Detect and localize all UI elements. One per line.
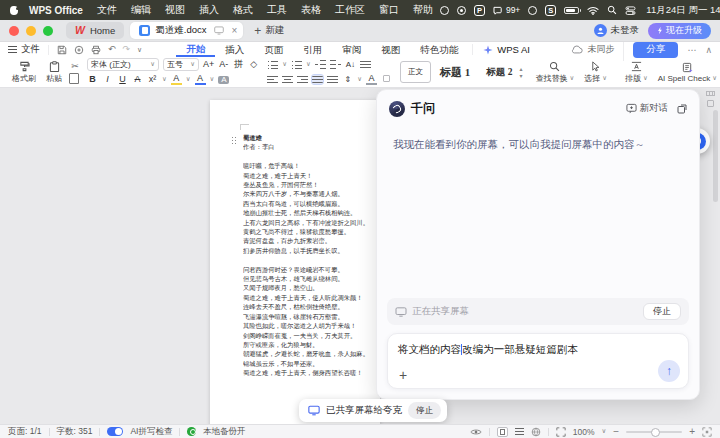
fullscreen-icon[interactable] [702, 427, 712, 437]
ribbon-tab[interactable]: 审阅 [332, 42, 371, 57]
text-direction-button[interactable] [360, 60, 371, 69]
style-gallery-down-icon[interactable]: ▾ [519, 73, 522, 79]
redo-icon[interactable]: ↷ [123, 45, 131, 54]
justify-button[interactable] [312, 75, 323, 84]
battery-icon[interactable] [564, 7, 579, 14]
chevron-down-icon[interactable]: ∨ [210, 76, 215, 83]
file-menu-button[interactable]: 文件 [8, 43, 40, 56]
collapse-ribbon-icon[interactable]: ∧ [705, 45, 712, 55]
shading-button[interactable]: A [366, 74, 377, 85]
share-button[interactable]: 分享 [633, 42, 678, 58]
tab-close-icon[interactable]: × [231, 26, 237, 36]
cut-icon[interactable]: ✂ [71, 61, 79, 71]
new-tab-button[interactable]: + 新建 [254, 24, 284, 37]
borders-button[interactable] [381, 75, 392, 84]
zoom-value[interactable]: 100% [573, 427, 595, 437]
print-preview-icon[interactable] [74, 45, 84, 55]
zoom-dropdown-icon[interactable]: ∨ [602, 428, 607, 435]
menu-item[interactable]: 工作区 [328, 3, 372, 17]
format-painter-button[interactable]: 格式刷 [9, 61, 39, 84]
apple-icon[interactable] [10, 5, 18, 16]
word-count-label[interactable]: 字数: 351 [57, 426, 93, 438]
bold-button[interactable]: B [87, 75, 98, 84]
vertical-scrollbar[interactable] [713, 110, 718, 202]
ribbon-tab[interactable]: 视图 [371, 42, 410, 57]
increase-indent-button[interactable] [330, 60, 341, 69]
wps-ai-button[interactable]: WPS AI [472, 44, 530, 55]
new-chat-button[interactable]: 新对话 [626, 102, 669, 115]
menu-item[interactable]: 插入 [192, 3, 226, 17]
backup-label[interactable]: 本地备份开 [203, 426, 246, 438]
decrease-indent-button[interactable] [315, 60, 326, 69]
side-tool-icon[interactable] [707, 100, 714, 107]
ribbon-tab[interactable]: 引用 [293, 42, 332, 57]
distribute-button[interactable] [327, 75, 338, 84]
character-border-button[interactable]: A [218, 76, 229, 84]
ribbon-tab[interactable]: 插入 [215, 42, 254, 57]
spotlight-search-icon[interactable] [607, 5, 617, 15]
align-left-button[interactable] [267, 75, 278, 84]
menu-item[interactable]: 视图 [158, 3, 192, 17]
menu-item[interactable]: 编辑 [124, 3, 158, 17]
quickbar-more-icon[interactable]: ∨ [137, 46, 142, 53]
eye-icon[interactable] [470, 428, 482, 436]
italic-button[interactable]: I [102, 75, 113, 84]
ribbon-tab[interactable]: 特色功能 [410, 42, 468, 57]
zoom-slider[interactable] [626, 431, 682, 433]
upgrade-button[interactable]: 现在升级 [648, 23, 711, 39]
web-view-icon[interactable] [531, 427, 541, 437]
style-chip[interactable]: 正文 [400, 61, 431, 83]
drag-handle-icon[interactable] [231, 136, 237, 145]
menu-item[interactable]: 表格 [294, 3, 328, 17]
spellcheck-toggle[interactable] [107, 427, 123, 436]
menu-item[interactable]: 窗口 [372, 3, 406, 17]
zoom-window-button[interactable] [43, 26, 53, 36]
app-s-icon[interactable]: S [545, 5, 556, 16]
ribbon-more-icon[interactable]: ⋯ [687, 45, 696, 55]
numbered-list-button[interactable] [291, 60, 302, 69]
ai-input-box[interactable]: 将文档的内容改编为一部悬疑短篇剧本 + ↑ [387, 333, 689, 389]
stop-sharing-button[interactable]: 停止 [643, 303, 681, 320]
sort-button[interactable]: A↓ [345, 61, 356, 69]
zoom-in-button[interactable]: + [689, 427, 695, 437]
font-size-select[interactable]: 五号 ∨ [163, 58, 199, 71]
undo-icon[interactable]: ↶ [108, 45, 116, 54]
ruler-toggle-icon[interactable] [706, 91, 715, 96]
grow-font-button[interactable]: A+ [203, 60, 214, 69]
select-button[interactable]: 选择∨ [579, 61, 612, 84]
menu-item[interactable]: 格式 [226, 3, 260, 17]
tab-home[interactable]: W Home [66, 22, 124, 39]
print-icon[interactable] [91, 45, 101, 55]
wifi-icon[interactable] [587, 6, 599, 15]
open-in-window-icon[interactable] [677, 104, 687, 114]
document-page[interactable]: 蜀道难 作者：李白 噫吁嚱，危乎高哉！蜀道之难，难于上青天！蚕丛及鱼凫，开国何茫… [210, 100, 380, 424]
font-name-select[interactable]: 宋体 (正文) ∨ [87, 58, 159, 71]
menubar-clock[interactable]: 11月24日 周一 14:31 [646, 4, 720, 17]
attach-plus-button[interactable]: + [399, 368, 407, 382]
system-status-icon[interactable] [457, 6, 466, 15]
tab-document[interactable]: 蜀道难.docx × [130, 22, 243, 39]
style-gallery-up-icon[interactable]: ▴ [519, 66, 522, 72]
clear-format-button[interactable]: ◇ [248, 60, 259, 69]
record-status-icon[interactable] [440, 6, 449, 15]
align-right-button[interactable] [297, 75, 308, 84]
outline-view-icon[interactable] [515, 427, 524, 436]
chevron-down-icon[interactable]: ∨ [186, 76, 191, 83]
sync-status[interactable]: 未同步 [571, 43, 614, 56]
send-button[interactable]: ↑ [658, 360, 680, 382]
toast-stop-button[interactable]: 停止 [408, 402, 441, 419]
paste-button[interactable]: 粘贴 [39, 61, 69, 84]
line-spacing-button[interactable]: ⇕ [342, 76, 353, 84]
close-window-button[interactable] [9, 26, 19, 36]
menu-item[interactable]: 工具 [260, 3, 294, 17]
zoom-out-button[interactable]: − [613, 427, 619, 437]
messages-icon[interactable]: 99+ [493, 5, 520, 15]
app-p-icon[interactable]: P [474, 5, 485, 16]
find-replace-button[interactable]: 查找替换∨ [530, 61, 579, 84]
font-color-button[interactable]: A [195, 74, 206, 85]
menu-item[interactable]: 文件 [90, 3, 124, 17]
ribbon-tab[interactable]: 页面 [254, 42, 293, 57]
menu-item[interactable]: WPS Office [22, 5, 90, 16]
ribbon-tab[interactable]: 开始 [176, 42, 215, 57]
ai-spellcheck-button[interactable]: AI Spell Check∨ [653, 62, 720, 83]
